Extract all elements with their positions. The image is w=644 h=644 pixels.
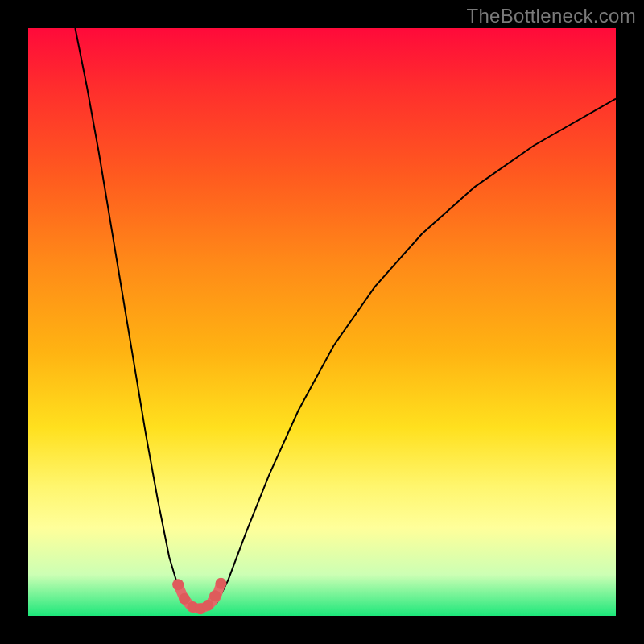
dip-dot (202, 600, 213, 611)
dip-dot (172, 579, 184, 590)
dip-dot (179, 593, 190, 605)
dip-dot (209, 590, 221, 601)
series-left-curve (75, 28, 187, 604)
chart-frame: TheBottleneck.com (0, 0, 644, 644)
series-right-curve (217, 99, 616, 605)
series-dip-dots (172, 578, 226, 614)
dip-dot (215, 578, 226, 589)
watermark-label: TheBottleneck.com (466, 5, 636, 27)
chart-svg (28, 28, 616, 616)
